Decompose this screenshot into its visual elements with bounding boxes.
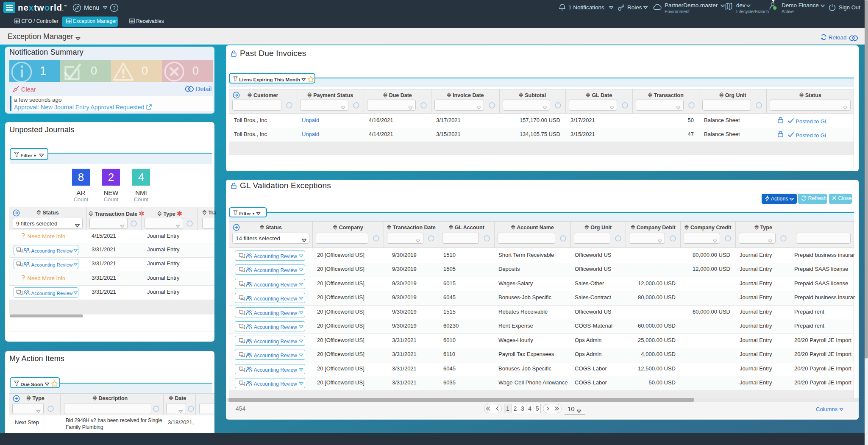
svg-text:?: ? (113, 6, 115, 11)
